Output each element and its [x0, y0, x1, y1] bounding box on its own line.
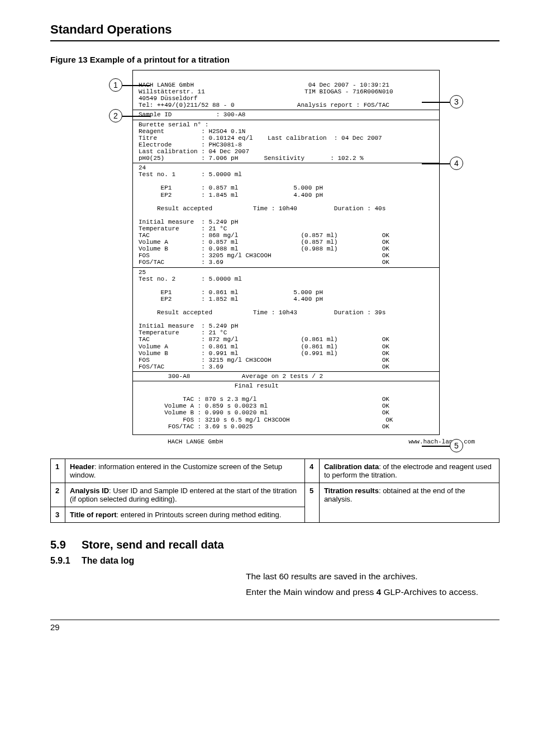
- hr2: [133, 120, 439, 120]
- body-2b: 4: [376, 587, 381, 597]
- hdr-r2: TIM BIOGAS - 716R006N010: [304, 88, 393, 95]
- callout-3: 3: [450, 95, 463, 108]
- t2-tac: TAC : 872 mg/l (0.861 ml) OK: [139, 336, 389, 343]
- fr-fos: FOS : 3210 s 6.5 mg/l CH3COOH OK: [139, 417, 393, 423]
- t2-vb: Volume B : 0.991 ml (0.991 ml) OK: [139, 350, 389, 357]
- legend-row-2: 2 Analysis ID: User ID and Sample ID ent…: [51, 483, 499, 507]
- section-5-9: 5.9Store, send and recall data: [50, 538, 499, 551]
- printout-wrapper: 1 2 3 4 5 HACH LANGE GmbH 04 Dec 2007 - …: [50, 70, 499, 435]
- t1-init: Initial measure : 5.249 pH: [139, 219, 238, 225]
- legend-5-num: 5: [304, 483, 319, 522]
- section-5-9-1: 5.9.1The data log: [50, 556, 499, 566]
- t1-fostac: FOS/TAC : 3.69 OK: [139, 259, 389, 266]
- footer-right: www.hach-lange.com: [408, 438, 475, 445]
- hr6: [133, 381, 439, 381]
- page-number: 29: [50, 622, 60, 632]
- titre-r: Last calibration : 04 Dec 2007: [268, 135, 382, 141]
- t2-testno: Test no. 2 : 5.0000 ml: [139, 276, 242, 282]
- body-1: The last 60 results are saved in the arc…: [246, 571, 499, 582]
- legend-1-bold: Header: [70, 462, 94, 471]
- section-5-9-num: 5.9: [50, 538, 82, 551]
- callout-2: 2: [109, 109, 122, 122]
- legend-1-text: Header: information entered in the Custo…: [65, 459, 305, 483]
- t1-fos: FOS : 3205 mg/l CH3COOH OK: [139, 252, 389, 259]
- reagent: Reagent : H2SO4 0.1N: [139, 128, 245, 135]
- legend-2-num: 2: [51, 483, 65, 507]
- sid-v: : 300-A8: [216, 111, 246, 118]
- t1-ep2: EP2 : 1.845 ml 4.400 pH: [139, 192, 323, 199]
- legend-3-rest: : entered in Printouts screen during met…: [117, 511, 282, 519]
- t2-ep2: EP2 : 1.852 ml 4.400 pH: [139, 296, 323, 303]
- legend-2-bold: Analysis ID: [70, 486, 109, 495]
- callout-5: 5: [450, 439, 463, 452]
- hdr-l4: Tel: ++49/(0)211/52 88 - 0: [139, 102, 235, 108]
- body-2c: GLP-Archives to access.: [381, 587, 478, 597]
- t1-24: 24: [139, 164, 146, 171]
- avg: 300-A8 Average on 2 tests / 2: [139, 373, 323, 380]
- t2-25: 25: [139, 269, 146, 276]
- fr-tac: TAC : 870 s 2.3 mg/l OK: [139, 396, 389, 403]
- fr-vb: Volume B : 0.990 s 0.0020 ml OK: [139, 409, 389, 416]
- callout-5-line: [422, 446, 450, 447]
- figure-caption: Figure 13 Example of a printout for a ti…: [50, 55, 499, 64]
- printout-footer: HACH LANGE GmbH www.hach-lange.com: [168, 438, 475, 445]
- titre: Titre : 0.10124 eq/l: [139, 135, 253, 141]
- legend-3-bold: Title of report: [70, 511, 117, 519]
- t1-result: Result accepted Time : 10h40 Duration : …: [139, 205, 386, 212]
- legend-4-text: Calibration data: of the electrode and r…: [319, 459, 499, 483]
- page-footer: 29: [50, 620, 499, 632]
- t2-ep1: EP1 : 0.861 ml 5.000 pH: [139, 289, 323, 296]
- printout-body: HACH LANGE GmbH 04 Dec 2007 - 10:39:21 W…: [132, 70, 440, 435]
- legend-table: 1 Header: information entered in the Cus…: [50, 459, 499, 523]
- ph025-r: Sensitivity : 102.2 %: [264, 155, 363, 162]
- footer-left: HACH LANGE GmbH: [168, 438, 223, 445]
- fr-va: Volume A : 0.859 s 0.0023 ml OK: [139, 403, 389, 409]
- electrode: Electrode : PHC3081-8: [139, 141, 242, 148]
- burette: Burette serial n° :: [139, 121, 208, 128]
- legend-5-text: Titration results: obtained at the end o…: [319, 483, 499, 522]
- section-5-9-1-title: The data log: [82, 556, 134, 565]
- hdr-l2: Willstätterstr. 11: [139, 88, 205, 95]
- t2-va: Volume A : 0.861 ml (0.861 ml) OK: [139, 343, 389, 350]
- t2-fostac: FOS/TAC : 3.69 OK: [139, 363, 389, 370]
- legend-3-num: 3: [51, 507, 65, 522]
- bottom-rule: [50, 620, 499, 620]
- callout-4: 4: [450, 157, 463, 170]
- legend-1-num: 1: [51, 459, 65, 483]
- section-5-9-title: Store, send and recall data: [82, 538, 224, 551]
- hdr-l3: 40549 Düsseldorf: [139, 95, 198, 102]
- t1-vb: Volume B : 0.988 ml (0.988 ml) OK: [139, 245, 389, 252]
- section-5-9-1-num: 5.9.1: [50, 556, 82, 566]
- hr4: [133, 267, 439, 268]
- hr3: [133, 163, 439, 163]
- t1-testno: Test no. 1 : 5.0000 ml: [139, 171, 242, 178]
- body-2a: Enter the Main window and press: [246, 587, 376, 597]
- body-2: Enter the Main window and press 4 GLP-Ar…: [246, 587, 499, 597]
- callout-1: 1: [109, 78, 122, 92]
- t1-temp: Temperature : 21 °C: [139, 225, 227, 232]
- hdr-r1: 04 Dec 2007 - 10:39:21: [308, 82, 389, 88]
- lastcal: Last calibration : 04 Dec 2007: [139, 148, 249, 155]
- sid-l: Sample ID: [139, 111, 172, 118]
- t2-temp: Temperature : 21 °C: [139, 329, 227, 336]
- legend-1-rest: : information entered in the Customize s…: [70, 462, 282, 479]
- hr5: [133, 371, 439, 372]
- legend-3-text: Title of report: entered in Printouts sc…: [65, 507, 305, 522]
- t1-tac: TAC : 868 mg/l (0.857 ml) OK: [139, 232, 389, 239]
- fr-fostac: FOS/TAC : 3.69 s 0.0025 OK: [139, 423, 389, 430]
- legend-4-bold: Calibration data: [324, 462, 379, 471]
- t1-ep1: EP1 : 0.857 ml 5.000 pH: [139, 185, 323, 191]
- legend-row-1: 1 Header: information entered in the Cus…: [51, 459, 499, 483]
- legend-5-bold: Titration results: [324, 486, 379, 495]
- t2-fos: FOS : 3215 mg/l CH3COOH OK: [139, 357, 389, 363]
- final-hdr: Final result: [139, 382, 279, 389]
- legend-2-text: Analysis ID: User ID and Sample ID enter…: [65, 483, 305, 507]
- hr1: [133, 110, 439, 110]
- ph025: pH0(25) : 7.006 pH: [139, 155, 238, 162]
- page-title: Standard Operations: [50, 22, 499, 37]
- title-rule: [50, 40, 499, 41]
- t1-va: Volume A : 0.857 ml (0.857 ml) OK: [139, 239, 389, 245]
- legend-4-num: 4: [304, 459, 319, 483]
- hdr-r4: Analysis report : FOS/TAC: [297, 102, 389, 108]
- t2-init: Initial measure : 5.249 pH: [139, 323, 238, 329]
